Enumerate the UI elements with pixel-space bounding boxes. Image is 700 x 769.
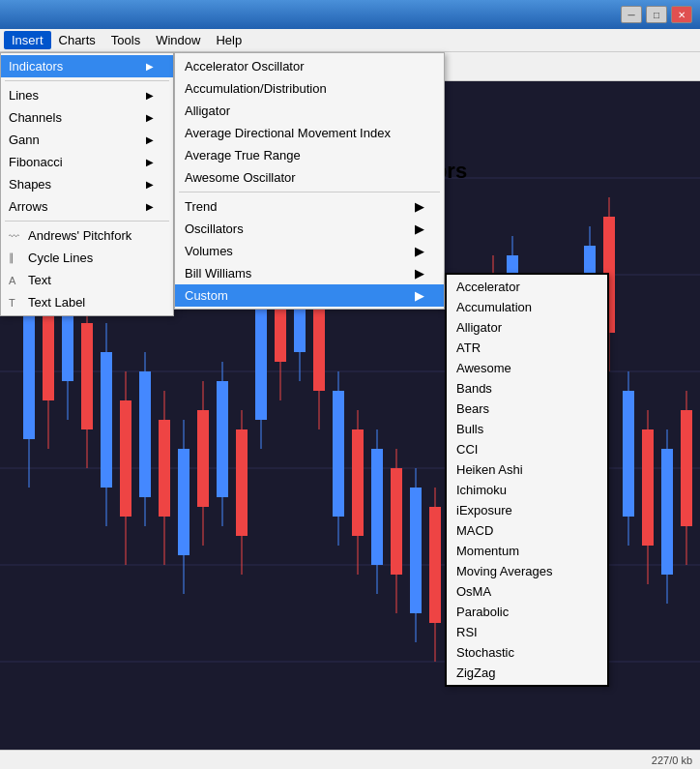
menu-item-arrows[interactable]: Arrows ▶	[1, 195, 173, 218]
menu-item-pitchfork[interactable]: 〰 Andrews' Pitchfork	[1, 224, 173, 247]
svg-rect-20	[139, 371, 151, 497]
arrow-icon: ▶	[146, 201, 154, 212]
svg-rect-28	[217, 381, 228, 497]
menu-charts[interactable]: Charts	[51, 31, 103, 49]
svg-rect-72	[661, 449, 673, 575]
custom-item-atr[interactable]: ATR	[447, 338, 607, 358]
menu-window[interactable]: Window	[148, 31, 208, 49]
custom-item-awesome[interactable]: Awesome	[447, 358, 607, 378]
custom-item-stochastic[interactable]: Stochastic	[447, 642, 607, 663]
text-label-icon: T	[9, 297, 28, 309]
menu-item-fibonacci[interactable]: Fibonacci ▶	[1, 151, 173, 173]
svg-rect-48	[410, 488, 422, 613]
svg-rect-42	[352, 429, 364, 536]
svg-rect-18	[120, 400, 131, 517]
menu-item-custom[interactable]: Custom ▶	[175, 284, 444, 307]
svg-rect-68	[623, 391, 634, 517]
menu-item-alligator[interactable]: Alligator	[175, 100, 444, 122]
svg-rect-24	[178, 449, 190, 555]
close-button[interactable]: ✕	[671, 6, 692, 23]
cycle-lines-icon: ∥	[9, 251, 28, 264]
custom-item-cci[interactable]: CCI	[447, 439, 607, 459]
menu-item-trend[interactable]: Trend ▶	[175, 195, 444, 218]
svg-rect-50	[429, 507, 441, 623]
arrow-icon: ▶	[415, 266, 424, 281]
custom-item-macd[interactable]: MACD	[447, 520, 607, 541]
custom-item-parabolic[interactable]: Parabolic	[447, 602, 607, 622]
menu-item-text-label[interactable]: T Text Label	[1, 291, 173, 313]
status-text: 227/0 kb	[652, 754, 692, 766]
custom-item-iexposure[interactable]: iExposure	[447, 500, 607, 520]
custom-item-osma[interactable]: OsMA	[447, 581, 607, 602]
arrow-icon: ▶	[146, 61, 154, 72]
custom-item-alligator[interactable]: Alligator	[447, 317, 607, 338]
arrow-icon: ▶	[415, 288, 424, 303]
menu-item-admi[interactable]: Average Directional Movement Index	[175, 122, 444, 144]
menu-item-accelerator[interactable]: Accelerator Oscillator	[175, 55, 444, 77]
menu-item-shapes[interactable]: Shapes ▶	[1, 173, 173, 195]
menu-item-accumulation[interactable]: Accumulation/Distribution	[175, 77, 444, 100]
custom-item-bands[interactable]: Bands	[447, 378, 607, 399]
minimize-button[interactable]: ─	[621, 6, 642, 23]
menu-tools[interactable]: Tools	[103, 31, 148, 49]
status-bar: 227/0 kb	[0, 750, 700, 769]
svg-rect-40	[333, 391, 344, 517]
custom-item-zigzag[interactable]: ZigZag	[447, 663, 607, 683]
menu-item-oscillators[interactable]: Oscillators ▶	[175, 218, 444, 240]
arrow-icon: ▶	[146, 179, 154, 190]
menu-item-atr[interactable]: Average True Range	[175, 144, 444, 166]
svg-rect-10	[43, 304, 54, 400]
custom-item-rsi[interactable]: RSI	[447, 622, 607, 642]
menu-item-awesome[interactable]: Awesome Oscillator	[175, 166, 444, 189]
menu-insert[interactable]: Insert	[4, 31, 51, 49]
maximize-button[interactable]: □	[646, 6, 667, 23]
insert-menu-dropdown: Indicators ▶ Lines ▶ Channels ▶ Gann ▶ F…	[0, 52, 174, 316]
arrow-icon: ▶	[146, 112, 154, 123]
arrow-icon: ▶	[146, 90, 154, 101]
custom-item-bulls[interactable]: Bulls	[447, 419, 607, 439]
indicators-submenu: Accelerator Oscillator Accumulation/Dist…	[174, 52, 445, 310]
title-bar: ─ □ ✕	[0, 0, 700, 29]
svg-rect-46	[391, 468, 402, 575]
menu-bar: Insert Charts Tools Window Help	[0, 29, 700, 52]
arrow-icon: ▶	[415, 199, 424, 214]
arrow-icon: ▶	[415, 222, 424, 236]
svg-rect-32	[255, 294, 267, 420]
menu-item-cycle-lines[interactable]: ∥ Cycle Lines	[1, 247, 173, 269]
svg-rect-14	[81, 323, 93, 429]
menu-item-gann[interactable]: Gann ▶	[1, 129, 173, 151]
svg-rect-70	[642, 429, 654, 546]
arrow-icon: ▶	[146, 134, 154, 145]
menu-item-lines[interactable]: Lines ▶	[1, 84, 173, 106]
separator-2	[5, 221, 169, 222]
arrow-icon: ▶	[415, 244, 424, 258]
indicators-separator	[179, 192, 440, 192]
menu-help[interactable]: Help	[208, 31, 249, 49]
custom-item-accumulation[interactable]: Accumulation	[447, 297, 607, 317]
svg-rect-22	[159, 420, 170, 517]
custom-item-moving-averages[interactable]: Moving Averages	[447, 561, 607, 581]
custom-item-accelerator[interactable]: Accelerator	[447, 277, 607, 297]
pitchfork-icon: 〰	[9, 230, 28, 242]
custom-item-bears[interactable]: Bears	[447, 399, 607, 419]
menu-item-channels[interactable]: Channels ▶	[1, 106, 173, 129]
menu-item-indicators[interactable]: Indicators ▶	[1, 55, 173, 77]
menu-item-bill-williams[interactable]: Bill Williams ▶	[175, 262, 444, 284]
custom-item-heiken-ashi[interactable]: Heiken Ashi	[447, 459, 607, 480]
custom-item-momentum[interactable]: Momentum	[447, 541, 607, 561]
svg-rect-30	[236, 429, 248, 536]
separator-1	[5, 80, 169, 81]
menu-item-volumes[interactable]: Volumes ▶	[175, 240, 444, 262]
menu-item-text[interactable]: A Text	[1, 269, 173, 291]
svg-rect-16	[101, 352, 112, 488]
arrow-icon: ▶	[146, 157, 154, 167]
custom-submenu: Accelerator Accumulation Alligator ATR A…	[445, 273, 609, 687]
custom-item-ichimoku[interactable]: Ichimoku	[447, 480, 607, 500]
svg-rect-26	[197, 410, 209, 507]
svg-rect-74	[681, 410, 692, 526]
window-controls: ─ □ ✕	[621, 6, 692, 23]
text-icon: A	[9, 275, 28, 286]
svg-rect-44	[371, 449, 383, 565]
